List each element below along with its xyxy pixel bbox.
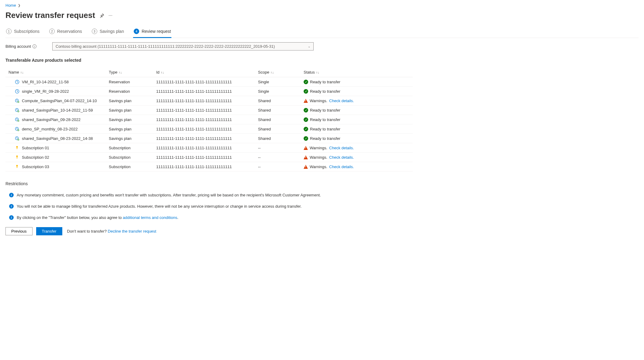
tab-review-request[interactable]: 4 Review request: [133, 27, 172, 38]
row-status: ✓Ready to transfer: [301, 115, 413, 124]
row-id: 11111111-1111-1111-1111-111111111111: [153, 115, 255, 124]
row-status: ✓Ready to transfer: [301, 77, 413, 87]
row-name: VM_RI_10-14-2022_11-58: [22, 80, 69, 84]
savings-icon: [15, 117, 19, 122]
row-scope: Shared: [255, 134, 301, 143]
row-type: Subscription: [106, 143, 153, 153]
row-name: Subscription 02: [22, 155, 49, 160]
row-id: 11111111-1111-1111-1111-111111111111: [153, 143, 255, 153]
col-header-status[interactable]: Status↑↓: [301, 68, 413, 77]
col-header-name[interactable]: Name↑↓: [5, 68, 106, 77]
breadcrumb: Home ❯: [5, 3, 639, 8]
col-header-type[interactable]: Type↑↓: [106, 68, 153, 77]
tab-savings-plan[interactable]: 3 Savings plan: [91, 27, 125, 38]
table-row[interactable]: shared_SavingsPlan_09-28-2022Savings pla…: [5, 115, 413, 124]
previous-button[interactable]: Previous: [5, 227, 33, 235]
row-name: demo_SP_monthly_08-23-2022: [22, 127, 78, 131]
row-scope: Shared: [255, 106, 301, 115]
subscription-icon: [15, 155, 19, 160]
table-row[interactable]: single_VM_RI_09-28-2022Reservation111111…: [5, 87, 413, 96]
row-type: Subscription: [106, 162, 153, 171]
sort-icon[interactable]: ↑↓: [270, 71, 274, 74]
status-text: Ready to transfer: [310, 108, 340, 112]
section-heading: Transferable Azure products selected: [5, 58, 639, 63]
col-header-scope[interactable]: Scope↑↓: [255, 68, 301, 77]
table-row[interactable]: shared_SavingsPlan_10-14-2022_11-59Savin…: [5, 106, 413, 115]
success-icon: ✓: [304, 117, 308, 122]
sort-icon[interactable]: ↑↓: [161, 71, 164, 74]
select-value: Contoso billing account (11111111-1111-1…: [56, 44, 275, 49]
table-row[interactable]: VM_RI_10-14-2022_11-58Reservation1111111…: [5, 77, 413, 87]
table-row[interactable]: demo_SP_monthly_08-23-2022Savings plan11…: [5, 124, 413, 134]
sort-icon[interactable]: ↑↓: [119, 71, 122, 74]
row-id: 11111111-1111-1111-1111-111111111111: [153, 77, 255, 87]
restriction-text: By clicking on the "Transfer" button bel…: [17, 215, 178, 220]
row-type: Savings plan: [106, 124, 153, 134]
billing-account-label: Billing account i: [5, 44, 48, 49]
row-status: Warnings. Check details.: [301, 153, 413, 162]
row-name: Compute_SavingsPlan_04-07-2022_14-10: [22, 99, 97, 103]
row-id: 11111111-1111-1111-1111-111111111111: [153, 87, 255, 96]
subscription-icon: [15, 164, 19, 169]
check-details-link[interactable]: Check details.: [329, 164, 354, 169]
row-status: ✓Ready to transfer: [301, 124, 413, 134]
row-status: Warnings. Check details.: [301, 162, 413, 171]
terms-link[interactable]: additional terms and conditions: [123, 215, 177, 220]
table-row[interactable]: shared_SavingsPlan_08-23-2022_14-38Savin…: [5, 134, 413, 143]
status-text: Ready to transfer: [310, 117, 340, 122]
row-status: ✓Ready to transfer: [301, 134, 413, 143]
success-icon: ✓: [304, 80, 308, 84]
tab-reservations[interactable]: 2 Reservations: [49, 27, 83, 38]
row-scope: Shared: [255, 115, 301, 124]
row-type: Reservation: [106, 77, 153, 87]
info-icon: i: [9, 193, 14, 197]
more-icon[interactable]: ⋯: [108, 13, 112, 18]
status-text: Ready to transfer: [310, 127, 340, 131]
row-type: Reservation: [106, 87, 153, 96]
row-scope: Shared: [255, 96, 301, 106]
savings-icon: [15, 136, 19, 141]
decline-prompt: Don't want to transfer? Decline the tran…: [67, 229, 157, 234]
tab-label: Savings plan: [100, 29, 124, 34]
decline-link[interactable]: Decline the transfer request: [108, 229, 157, 234]
success-icon: ✓: [304, 108, 308, 112]
row-status: ✓Ready to transfer: [301, 106, 413, 115]
transfer-button[interactable]: Transfer: [36, 227, 62, 235]
step-number-icon: 4: [134, 29, 139, 34]
row-id: 11111111-1111-1111-1111-111111111111: [153, 106, 255, 115]
check-details-link[interactable]: Check details.: [329, 155, 354, 160]
subscription-icon: [15, 145, 19, 150]
products-table: Name↑↓ Type↑↓ Id↑↓ Scope↑↓ Status↑↓ VM_R…: [5, 68, 413, 171]
warning-icon: [304, 99, 308, 103]
row-status: ✓Ready to transfer: [301, 87, 413, 96]
row-scope: --: [255, 162, 301, 171]
check-details-link[interactable]: Check details.: [329, 99, 354, 103]
table-row[interactable]: Subscription 03Subscription11111111-1111…: [5, 162, 413, 171]
restriction-item: i You will not be able to manage billing…: [5, 202, 639, 213]
sort-icon[interactable]: ↑↓: [316, 71, 319, 74]
row-type: Savings plan: [106, 96, 153, 106]
table-row[interactable]: Subscription 01Subscription11111111-1111…: [5, 143, 413, 153]
status-text: Ready to transfer: [310, 136, 340, 141]
tab-label: Subscriptions: [14, 29, 40, 34]
tab-subscriptions[interactable]: 1 Subscriptions: [5, 27, 40, 38]
step-number-icon: 1: [6, 29, 12, 34]
pin-icon[interactable]: [99, 13, 104, 18]
savings-icon: [15, 108, 19, 112]
sort-icon[interactable]: ↑↓: [20, 71, 24, 74]
info-icon[interactable]: i: [33, 44, 36, 48]
step-number-icon: 2: [49, 29, 55, 34]
reservation-icon: [15, 89, 19, 94]
col-header-id[interactable]: Id↑↓: [153, 68, 255, 77]
status-text: Ready to transfer: [310, 80, 340, 84]
row-status: Warnings. Check details.: [301, 96, 413, 106]
tab-label: Reservations: [57, 29, 82, 34]
row-type: Savings plan: [106, 106, 153, 115]
check-details-link[interactable]: Check details.: [329, 146, 354, 150]
table-row[interactable]: Subscription 02Subscription11111111-1111…: [5, 153, 413, 162]
breadcrumb-home[interactable]: Home: [5, 3, 16, 8]
table-row[interactable]: Compute_SavingsPlan_04-07-2022_14-10Savi…: [5, 96, 413, 106]
restriction-text: You will not be able to manage billing f…: [17, 204, 301, 209]
billing-account-select[interactable]: Contoso billing account (11111111-1111-1…: [52, 42, 314, 50]
restriction-item: i Any monetary commitment, custom pricin…: [5, 190, 639, 202]
